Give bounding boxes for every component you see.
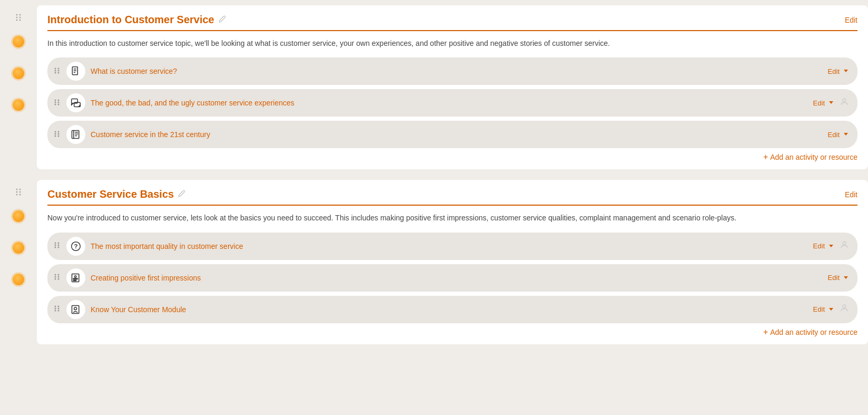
svg-point-11 [58, 72, 60, 73]
activity-chevron-icon-2-3[interactable] [828, 306, 834, 313]
svg-point-45 [55, 243, 56, 244]
section-2-title: Customer Service Basics [47, 188, 174, 200]
section-1-content: Introduction to Customer ServiceEditIn t… [37, 5, 868, 169]
section-1-edit-button[interactable]: Edit [845, 16, 857, 24]
svg-point-21 [55, 103, 56, 105]
activity-user-icon-2-3 [840, 303, 849, 315]
activity-drag-handle-2-3[interactable] [53, 304, 61, 314]
activity-row-1-2: The good, the bad, and the ugly customer… [47, 89, 857, 117]
section-2-header: Customer Service BasicsEdit [47, 188, 857, 206]
svg-point-60 [58, 278, 60, 280]
svg-point-47 [55, 245, 56, 246]
activity-edit-button-2-3[interactable]: Edit [813, 305, 825, 313]
activity-chevron-icon-2-2[interactable] [843, 274, 849, 282]
activity-icon-1-3 [66, 125, 85, 144]
svg-point-68 [55, 308, 56, 310]
activity-chevron-icon-1-1[interactable] [843, 67, 849, 75]
svg-point-55 [55, 274, 56, 276]
section-2-pencil-icon[interactable] [178, 190, 185, 199]
activity-chevron-icon-2-1[interactable] [828, 243, 834, 250]
activity-title-1-3[interactable]: Customer service in the 21st century [91, 130, 823, 139]
svg-point-39 [16, 189, 18, 190]
activity-edit-group-2-2: Edit [828, 274, 849, 282]
svg-point-26 [843, 99, 846, 102]
activity-edit-button-1-1[interactable]: Edit [828, 67, 840, 75]
svg-marker-25 [829, 101, 833, 104]
activity-chevron-icon-1-2[interactable] [828, 99, 834, 107]
svg-rect-63 [73, 278, 77, 279]
add-activity-button-1[interactable]: + Add an activity or resource [763, 152, 857, 162]
activity-row-2-1: ?The most important quality in customer … [47, 233, 857, 260]
section-1-drag-handle[interactable] [14, 11, 23, 24]
svg-point-41 [16, 191, 18, 193]
plus-icon-1: + [763, 152, 768, 162]
svg-point-17 [55, 99, 56, 101]
svg-point-18 [58, 99, 60, 101]
activity-edit-button-2-2[interactable]: Edit [828, 274, 840, 282]
add-activity-button-2[interactable]: + Add an activity or resource [763, 327, 857, 337]
svg-point-57 [55, 276, 56, 278]
svg-marker-16 [844, 70, 848, 72]
activity-drag-handle-1-2[interactable] [53, 98, 61, 108]
add-activity-row-1: + Add an activity or resource [47, 148, 857, 164]
activity-dot-2-3 [13, 274, 24, 285]
section-2-left-sidebar [0, 180, 37, 293]
svg-point-42 [19, 191, 21, 193]
activity-icon-2-1: ? [66, 237, 85, 256]
activity-drag-handle-2-2[interactable] [53, 273, 61, 283]
activity-title-2-3[interactable]: Know Your Customer Module [91, 305, 808, 314]
svg-point-56 [58, 274, 60, 276]
svg-point-4 [16, 20, 18, 21]
svg-point-27 [55, 131, 56, 132]
activity-icon-1-2 [66, 93, 85, 112]
section-2-drag-handle[interactable] [14, 185, 23, 198]
section-1: Introduction to Customer ServiceEditIn t… [0, 0, 868, 175]
activity-dot-1-3 [13, 99, 24, 111]
activity-drag-handle-1-3[interactable] [53, 130, 61, 140]
activity-title-1-1[interactable]: What is customer service? [91, 67, 823, 75]
svg-point-46 [58, 243, 60, 244]
section-2-description: Now you're introduced to customer servic… [47, 212, 857, 224]
svg-point-29 [55, 133, 56, 134]
svg-point-7 [58, 67, 60, 69]
section-2-activity-list: ?The most important quality in customer … [47, 233, 857, 323]
svg-point-30 [58, 133, 60, 134]
activity-edit-button-1-2[interactable]: Edit [813, 99, 825, 107]
svg-point-20 [58, 101, 60, 103]
activity-title-1-2[interactable]: The good, the bad, and the ugly customer… [91, 99, 808, 107]
svg-rect-72 [72, 305, 79, 313]
activity-row-1-3: Customer service in the 21st centuryEdit [47, 121, 857, 148]
svg-point-62 [75, 276, 76, 277]
section-2: Customer Service BasicsEditNow you're in… [0, 175, 868, 349]
activity-drag-handle-2-1[interactable] [53, 241, 61, 251]
section-1-title: Introduction to Customer Service [47, 14, 214, 26]
activity-title-2-2[interactable]: Creating positive first impressions [91, 274, 823, 282]
section-1-left-sidebar [0, 5, 37, 119]
svg-point-3 [19, 17, 21, 18]
activity-user-icon-2-1 [840, 240, 849, 252]
svg-rect-33 [72, 131, 79, 139]
section-1-header: Introduction to Customer ServiceEdit [47, 14, 857, 31]
page-wrapper: Introduction to Customer ServiceEditIn t… [0, 0, 868, 350]
svg-point-70 [55, 310, 56, 312]
section-2-edit-button[interactable]: Edit [845, 190, 857, 199]
add-activity-row-2: + Add an activity or resource [47, 323, 857, 339]
activity-dot-2-1 [13, 210, 24, 222]
activity-chevron-icon-1-3[interactable] [843, 131, 849, 138]
activity-edit-group-1-3: Edit [828, 131, 849, 139]
activity-icon-2-2 [66, 268, 85, 287]
section-1-pencil-icon[interactable] [219, 15, 226, 24]
svg-point-28 [58, 131, 60, 132]
activity-row-2-3: Know Your Customer ModuleEdit [47, 296, 857, 323]
svg-marker-65 [844, 276, 848, 279]
svg-point-43 [16, 194, 18, 196]
activity-edit-button-2-1[interactable]: Edit [813, 242, 825, 250]
activity-edit-button-1-3[interactable]: Edit [828, 131, 840, 139]
activity-title-2-1[interactable]: The most important quality in customer s… [91, 242, 808, 250]
svg-point-69 [58, 308, 60, 310]
svg-point-1 [19, 14, 21, 16]
svg-point-71 [58, 310, 60, 312]
activity-drag-handle-1-1[interactable] [53, 66, 61, 76]
plus-icon-2: + [763, 327, 768, 337]
svg-point-19 [55, 101, 56, 103]
